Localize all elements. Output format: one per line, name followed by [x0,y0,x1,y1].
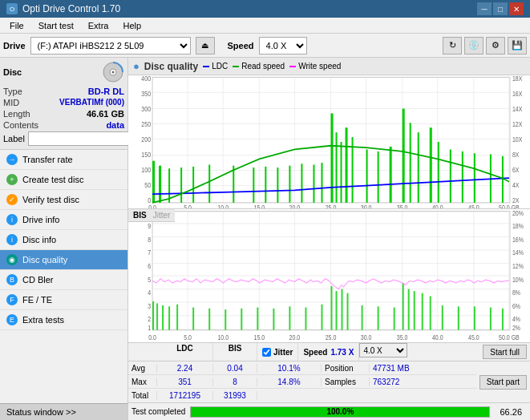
sidebar-item-transfer-rate[interactable]: → Transfer rate [0,150,127,170]
svg-rect-44 [474,153,475,203]
svg-text:12X: 12X [512,120,522,128]
position-val: 47731 MB [370,364,413,373]
svg-text:250: 250 [141,120,151,128]
svg-rect-26 [208,164,210,202]
sidebar-item-fe-te[interactable]: F FE / TE [0,290,127,310]
disc-label-input[interactable] [28,131,135,146]
sidebar-item-verify-test-disc[interactable]: ✓ Verify test disc [0,190,127,210]
svg-rect-126 [394,308,395,330]
svg-text:8%: 8% [512,289,520,297]
upper-chart-svg: 400 350 300 250 200 150 100 50 0 18X 16X… [128,75,530,208]
save-button[interactable]: 💾 [508,37,527,55]
svg-rect-24 [180,168,182,203]
menu-start-test[interactable]: Start test [32,19,80,32]
chart-title: Disc quality [144,61,198,72]
sidebar: Disc Type BD-R DL MID VERBATIMf (000) Le… [0,58,128,420]
svg-rect-113 [403,283,404,330]
svg-rect-107 [208,309,210,330]
svg-rect-130 [490,308,492,330]
svg-rect-51 [313,164,314,202]
svg-text:50.0 GB: 50.0 GB [499,204,520,208]
ldc-header: LDC [157,343,213,361]
svg-rect-104 [168,306,170,329]
sidebar-item-label: Create test disc [22,175,83,184]
eject-button[interactable]: ⏏ [196,37,215,55]
svg-rect-125 [378,306,379,329]
svg-rect-43 [462,151,463,203]
ldc-avg: 2.24 [157,364,213,373]
svg-text:200: 200 [141,135,151,143]
svg-text:5: 5 [148,276,151,284]
jitter-max: 14.8% [257,378,322,386]
menu-bar: File Start test Extra Help [0,18,530,34]
max-label: Max [128,378,157,386]
svg-text:8: 8 [148,236,151,244]
svg-text:5.0: 5.0 [184,334,192,342]
ldc-legend-label: LDC [212,62,228,71]
sidebar-item-drive-info[interactable]: i Drive info [0,210,127,230]
total-row: Total 1712195 31993 [128,389,476,402]
disc-button[interactable]: 💿 [464,37,483,55]
svg-text:5.0: 5.0 [184,204,192,208]
disc-info-panel: Disc Type BD-R DL MID VERBATIMf (000) Le… [0,58,127,150]
avg-label: Avg [128,364,157,373]
svg-rect-103 [162,305,164,330]
disc-info-icon: i [6,234,18,245]
menu-help[interactable]: Help [116,19,148,32]
menu-file[interactable]: File [3,19,30,32]
write-legend-dot [289,66,296,67]
bis-avg: 0.04 [213,364,257,373]
sidebar-item-label: Transfer rate [22,155,73,164]
sidebar-item-cd-bler[interactable]: B CD Bler [0,270,127,290]
jitter-checkbox[interactable] [262,348,271,357]
ldc-legend-dot [203,66,209,67]
speed-result-select[interactable]: 4.0 X [359,343,407,357]
refresh-button[interactable]: ↻ [443,37,462,55]
lower-chart: BIS Jitter [128,209,530,342]
sidebar-item-disc-quality[interactable]: ◉ Disc quality [0,250,127,270]
close-button[interactable]: ✕ [509,2,524,15]
svg-text:0.0: 0.0 [148,334,156,342]
menu-extra[interactable]: Extra [82,19,115,32]
svg-text:45.0: 45.0 [468,334,479,342]
start-full-button[interactable]: Start full [483,345,527,359]
svg-rect-124 [362,305,363,330]
sidebar-item-label: Drive info [22,215,59,224]
avg-row: Avg 2.24 0.04 10.1% Position 47731 MB [128,361,476,375]
svg-text:35.0: 35.0 [397,204,408,208]
stats-header-row: LDC BIS Jitter Speed 1.73 X 4.0 X Start … [128,343,530,361]
drive-select[interactable]: (F:) ATAPI iHBS212 2 5L09 [30,37,191,55]
sidebar-item-create-test-disc[interactable]: + Create test disc [0,170,127,190]
start-part-button[interactable]: Start part [479,375,527,390]
svg-rect-131 [502,309,504,330]
svg-rect-115 [414,291,415,330]
svg-text:12%: 12% [512,262,524,270]
settings-button[interactable]: ⚙ [486,37,505,55]
svg-text:7: 7 [148,249,151,257]
svg-text:25.0: 25.0 [326,204,337,208]
svg-rect-101 [152,301,154,330]
sidebar-item-extra-tests[interactable]: E Extra tests [0,310,127,330]
svg-text:0.0: 0.0 [148,204,156,208]
minimize-button[interactable]: ─ [477,2,492,15]
svg-rect-110 [336,291,338,330]
svg-text:400: 400 [141,75,151,83]
svg-rect-109 [331,286,333,330]
svg-rect-25 [192,167,194,203]
svg-rect-39 [418,132,419,203]
bis-header: BIS [213,343,257,361]
speed-display: 66.26 [495,407,527,417]
svg-text:50.0 GB: 50.0 GB [499,334,520,342]
maximize-button[interactable]: □ [493,2,508,15]
svg-rect-32 [346,127,348,203]
bis-label: BIS [133,211,147,220]
ldc-legend: LDC [203,62,228,71]
svg-text:20%: 20% [512,209,524,217]
write-speed-legend: Write speed [289,62,341,71]
status-window-button[interactable]: Status window >> [0,403,127,420]
speed-select[interactable]: 4.0 X [259,37,307,55]
sidebar-item-label: CD Bler [22,275,54,285]
svg-text:30.0: 30.0 [361,204,372,208]
chart-header: ● Disc quality LDC Read speed Write spee… [128,58,530,75]
sidebar-item-disc-info[interactable]: i Disc info [0,230,127,250]
